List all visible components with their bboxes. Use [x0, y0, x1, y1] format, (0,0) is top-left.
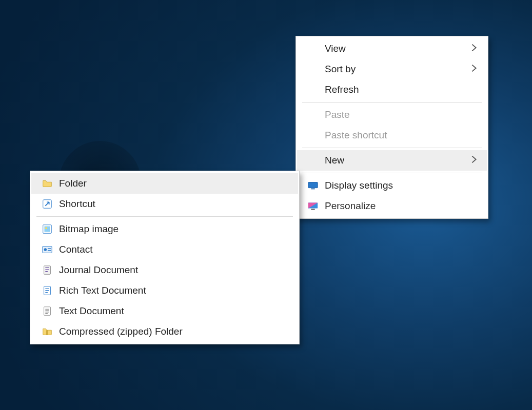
- svg-rect-10: [48, 248, 51, 249]
- submenu-item-label: Shortcut: [59, 198, 290, 210]
- menu-item-label: View: [325, 43, 468, 54]
- menu-item-label: Refresh: [325, 84, 468, 95]
- submenu-item-label: Bitmap image: [59, 223, 290, 235]
- submenu-item-bitmap[interactable]: Bitmap image: [31, 219, 298, 239]
- zip-folder-icon: [35, 326, 59, 337]
- menu-item-label: Paste shortcut: [325, 130, 468, 141]
- submenu-item-label: Journal Document: [59, 264, 290, 276]
- submenu-arrow-icon: [468, 42, 479, 56]
- personalize-icon: [301, 200, 325, 212]
- svg-rect-6: [45, 227, 50, 232]
- menu-item-label: Paste: [325, 109, 468, 120]
- text-document-icon: [35, 305, 59, 317]
- menu-item-label: Personalize: [325, 200, 468, 212]
- svg-rect-14: [44, 307, 51, 316]
- submenu-item-label: Rich Text Document: [59, 285, 290, 296]
- svg-rect-11: [48, 250, 51, 251]
- menu-item-refresh[interactable]: Refresh: [297, 79, 487, 100]
- shortcut-icon: [35, 198, 59, 210]
- submenu-item-label: Compressed (zipped) Folder: [59, 326, 290, 337]
- svg-rect-15: [46, 330, 48, 335]
- svg-rect-3: [311, 209, 314, 210]
- submenu-item-journal[interactable]: Journal Document: [31, 260, 298, 280]
- menu-item-paste: Paste: [297, 105, 487, 125]
- menu-item-label: Display settings: [325, 180, 468, 191]
- menu-item-sort-by[interactable]: Sort by: [297, 59, 487, 79]
- menu-item-view[interactable]: View: [297, 38, 487, 59]
- submenu-arrow-icon: [468, 63, 479, 76]
- desktop-context-menu: View Sort by Refresh Paste Paste shortcu…: [295, 36, 488, 219]
- submenu-item-shortcut[interactable]: Shortcut: [31, 194, 298, 214]
- menu-separator: [302, 173, 482, 173]
- submenu-item-label: Contact: [59, 244, 290, 255]
- menu-item-label: Sort by: [325, 64, 468, 75]
- svg-rect-12: [44, 266, 51, 275]
- menu-separator: [36, 216, 293, 217]
- menu-item-label: New: [325, 155, 468, 166]
- contact-icon: [35, 244, 59, 255]
- desktop[interactable]: View Sort by Refresh Paste Paste shortcu…: [0, 0, 532, 410]
- submenu-item-contact[interactable]: Contact: [31, 239, 298, 260]
- svg-rect-1: [311, 189, 314, 190]
- new-submenu: Folder Shortcut Bitmap image: [30, 171, 300, 344]
- submenu-arrow-icon: [468, 154, 479, 168]
- submenu-item-folder[interactable]: Folder: [31, 173, 298, 194]
- display-settings-icon: [301, 180, 325, 191]
- svg-point-9: [44, 248, 47, 251]
- menu-separator: [302, 148, 482, 148]
- menu-item-display-settings[interactable]: Display settings: [297, 175, 487, 196]
- svg-rect-0: [308, 182, 318, 188]
- bitmap-icon: [35, 223, 59, 235]
- submenu-item-rtf[interactable]: Rich Text Document: [31, 280, 298, 301]
- svg-point-7: [45, 227, 47, 229]
- submenu-item-label: Text Document: [59, 305, 290, 317]
- menu-item-personalize[interactable]: Personalize: [297, 196, 487, 216]
- submenu-item-label: Folder: [59, 178, 290, 189]
- menu-item-paste-shortcut: Paste shortcut: [297, 125, 487, 146]
- rtf-icon: [35, 285, 59, 296]
- folder-icon: [35, 178, 59, 189]
- menu-separator: [302, 102, 482, 102]
- submenu-item-zip[interactable]: Compressed (zipped) Folder: [31, 321, 298, 342]
- menu-item-new[interactable]: New: [297, 150, 487, 171]
- submenu-item-txt[interactable]: Text Document: [31, 301, 298, 321]
- journal-icon: [35, 264, 59, 276]
